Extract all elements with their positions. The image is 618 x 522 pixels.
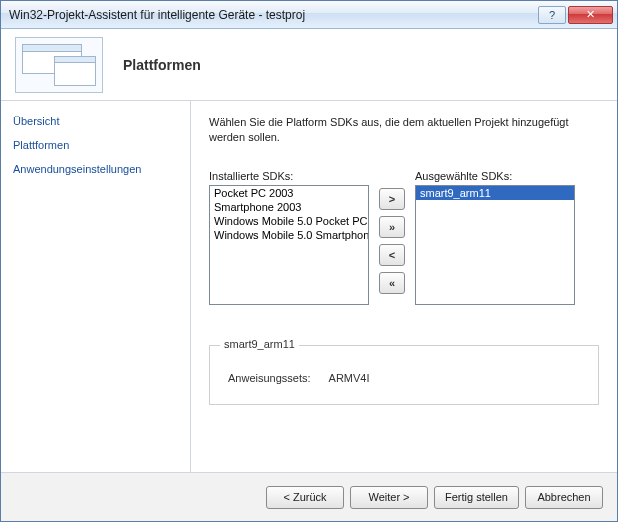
banner-title: Plattformen	[123, 57, 201, 73]
instruction-set-value: ARMV4I	[329, 372, 370, 384]
add-all-button[interactable]: »	[379, 216, 405, 238]
back-button[interactable]: < Zurück	[266, 486, 344, 509]
body: Übersicht Plattformen Anwendungseinstell…	[1, 101, 617, 473]
banner: Plattformen	[1, 29, 617, 101]
sidebar: Übersicht Plattformen Anwendungseinstell…	[1, 101, 191, 472]
titlebar-buttons: ? ✕	[538, 6, 613, 24]
next-button[interactable]: Weiter >	[350, 486, 428, 509]
remove-button[interactable]: <	[379, 244, 405, 266]
sidebar-item-platforms[interactable]: Plattformen	[13, 139, 178, 151]
instruction-set-label: Anweisungssets:	[228, 372, 311, 384]
banner-icon-dialog	[54, 56, 96, 86]
sdk-picker: Installierte SDKs: Pocket PC 2003 Smartp…	[209, 170, 599, 305]
sidebar-item-overview[interactable]: Übersicht	[13, 115, 178, 127]
list-item[interactable]: Windows Mobile 5.0 Smartphone	[210, 228, 368, 242]
sidebar-item-appsettings[interactable]: Anwendungseinstellungen	[13, 163, 178, 175]
remove-all-button[interactable]: «	[379, 272, 405, 294]
selected-column: Ausgewählte SDKs: smart9_arm11	[415, 170, 575, 305]
list-item[interactable]: Windows Mobile 5.0 Pocket PC SDK	[210, 214, 368, 228]
cancel-button[interactable]: Abbrechen	[525, 486, 603, 509]
wizard-window: Win32-Projekt-Assistent für intelligente…	[0, 0, 618, 522]
detail-sdk-name: smart9_arm11	[220, 338, 299, 350]
list-item[interactable]: Pocket PC 2003	[210, 186, 368, 200]
detail-row: Anweisungssets: ARMV4I	[228, 372, 580, 384]
transfer-buttons: > » < «	[379, 188, 405, 294]
add-button[interactable]: >	[379, 188, 405, 210]
selected-listbox[interactable]: smart9_arm11	[415, 185, 575, 305]
titlebar: Win32-Projekt-Assistent für intelligente…	[1, 1, 617, 29]
installed-column: Installierte SDKs: Pocket PC 2003 Smartp…	[209, 170, 369, 305]
finish-button[interactable]: Fertig stellen	[434, 486, 519, 509]
detail-group: smart9_arm11 Anweisungssets: ARMV4I	[209, 345, 599, 405]
selected-label: Ausgewählte SDKs:	[415, 170, 575, 182]
list-item[interactable]: Smartphone 2003	[210, 200, 368, 214]
installed-listbox[interactable]: Pocket PC 2003 Smartphone 2003 Windows M…	[209, 185, 369, 305]
help-button[interactable]: ?	[538, 6, 566, 24]
close-button[interactable]: ✕	[568, 6, 613, 24]
main-panel: Wählen Sie die Platform SDKs aus, die de…	[191, 101, 617, 472]
list-item[interactable]: smart9_arm11	[416, 186, 574, 200]
banner-icon	[15, 37, 103, 93]
installed-label: Installierte SDKs:	[209, 170, 369, 182]
footer: < Zurück Weiter > Fertig stellen Abbrech…	[1, 473, 617, 521]
window-title: Win32-Projekt-Assistent für intelligente…	[9, 8, 538, 22]
instruction-text: Wählen Sie die Platform SDKs aus, die de…	[209, 115, 599, 146]
